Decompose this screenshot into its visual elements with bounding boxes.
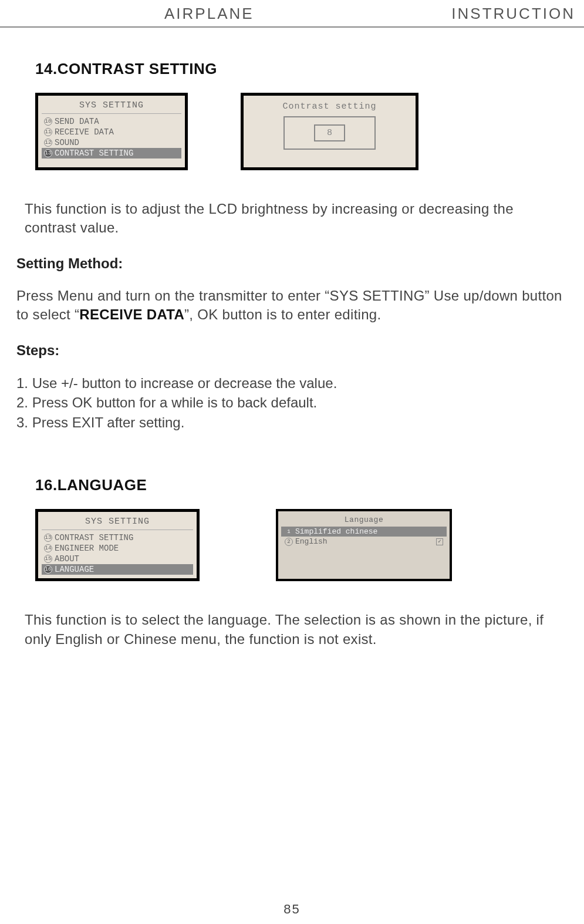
- language-lcd: Language 1 Simplified chinese 2 English …: [276, 509, 452, 581]
- item-number: 10: [44, 117, 52, 126]
- lcd-menu-item: 12 SOUND: [42, 137, 181, 148]
- item-label: CONTRAST SETTING: [55, 149, 133, 158]
- item-number: 16: [44, 565, 52, 574]
- item-number: 15: [44, 555, 52, 563]
- section-16-screenshots: SYS SETTING 13 CONTRAST SETTING 14 ENGIN…: [35, 509, 584, 581]
- lcd-menu-item: 14 ENGINEER MODE: [42, 543, 193, 554]
- contrast-box-outer: 8: [283, 116, 376, 150]
- step-item: 1. Use +/- button to increase or decreas…: [16, 373, 566, 393]
- lcd-menu-item-selected: 13 CONTRAST SETTING: [42, 148, 181, 159]
- step-item: 2. Press OK button for a while is to bac…: [16, 393, 566, 413]
- lcd-menu-item: 10 SEND DATA: [42, 116, 181, 127]
- setting-method-text: Press Menu and turn on the transmitter t…: [16, 286, 566, 325]
- contrast-value-lcd: Contrast setting 8: [241, 93, 418, 170]
- item-label: CONTRAST SETTING: [55, 533, 133, 542]
- item-number: 1: [285, 528, 293, 536]
- lcd-title: SYS SETTING: [42, 99, 181, 114]
- section-14-screenshots: SYS SETTING 10 SEND DATA 11 RECEIVE DATA…: [35, 93, 584, 170]
- checkmark-icon: ✓: [436, 538, 443, 545]
- item-number: 2: [285, 538, 293, 546]
- lcd-menu-item: 15 ABOUT: [42, 554, 193, 564]
- section-16-intro: This function is to select the language.…: [25, 611, 566, 649]
- language-item-selected: 1 Simplified chinese: [281, 527, 447, 537]
- contrast-value: 8: [314, 124, 345, 141]
- steps-label: Steps:: [16, 342, 584, 359]
- page-header: AIRPLANE INSTRUCTION: [0, 0, 584, 28]
- item-label: SOUND: [55, 138, 79, 147]
- item-number: 11: [44, 128, 52, 136]
- item-label: ABOUT: [55, 554, 79, 564]
- step-item: 3. Press EXIT after setting.: [16, 413, 566, 433]
- setting-method-label: Setting Method:: [16, 255, 584, 272]
- header-right: INSTRUCTION: [451, 5, 575, 23]
- item-label: Simplified chinese: [295, 527, 377, 536]
- item-label: English: [295, 537, 328, 546]
- section-16-title: 16.LANGUAGE: [35, 476, 584, 494]
- lcd-title: SYS SETTING: [42, 515, 193, 530]
- sys-setting-lcd: SYS SETTING 10 SEND DATA 11 RECEIVE DATA…: [35, 93, 188, 170]
- lcd-menu-item: 13 CONTRAST SETTING: [42, 532, 193, 543]
- item-label: RECEIVE DATA: [55, 127, 114, 137]
- lcd-menu-item: 11 RECEIVE DATA: [42, 127, 181, 137]
- contrast-title: Contrast setting: [282, 99, 376, 116]
- language-item: 2 English ✓: [281, 537, 447, 547]
- language-title: Language: [281, 514, 447, 527]
- steps-list: 1. Use +/- button to increase or decreas…: [16, 373, 566, 433]
- item-number: 12: [44, 139, 52, 147]
- header-left: AIRPLANE: [164, 5, 254, 23]
- setting-method-post: ”, OK button is to enter editing.: [184, 306, 381, 322]
- page-number: 85: [283, 902, 300, 917]
- item-label: ENGINEER MODE: [55, 544, 119, 553]
- setting-method-bold: RECEIVE DATA: [79, 306, 184, 322]
- item-number: 13: [44, 149, 52, 157]
- item-number: 13: [44, 534, 52, 542]
- section-14-intro: This function is to adjust the LCD brigh…: [25, 200, 566, 238]
- lcd-menu-item-selected: 16 LANGUAGE: [42, 564, 193, 575]
- item-number: 14: [44, 544, 52, 552]
- item-label: SEND DATA: [55, 117, 99, 126]
- sys-setting-lcd-2: SYS SETTING 13 CONTRAST SETTING 14 ENGIN…: [35, 509, 200, 581]
- section-14-title: 14.CONTRAST SETTING: [35, 60, 584, 78]
- item-label: LANGUAGE: [55, 565, 94, 574]
